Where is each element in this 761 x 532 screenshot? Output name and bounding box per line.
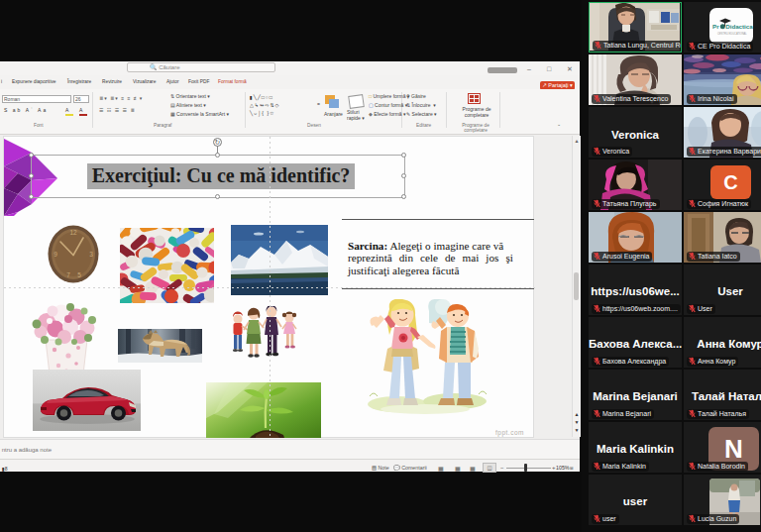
svg-text:7: 7: [66, 271, 70, 278]
svg-text:3: 3: [89, 251, 93, 258]
svg-text:9: 9: [54, 251, 57, 258]
svg-text:Didactica: Didactica: [725, 23, 753, 30]
svg-text:12: 12: [69, 229, 77, 236]
svg-text:CENTRU EDUCATIONAL: CENTRU EDUCATIONAL: [717, 32, 747, 36]
svg-text:Pr: Pr: [712, 23, 719, 30]
svg-text:5: 5: [77, 271, 81, 278]
